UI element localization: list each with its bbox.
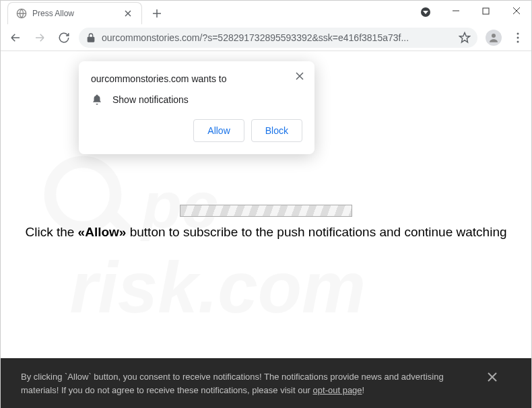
main-text-p2: button to subscribe to the push notifica… [126,225,506,239]
popup-buttons: Allow Block [91,119,302,142]
browser-window: Press Allow ourcommonstories.com/?s=5282… [0,0,532,408]
page-content: pcrisk.com Click the «Allow» button to s… [1,51,531,408]
bell-icon [91,94,103,106]
lock-icon [86,32,96,43]
svg-point-3 [517,32,519,34]
star-icon[interactable] [459,32,471,44]
menu-icon[interactable] [510,30,526,46]
popup-label: Show notifications [112,94,189,105]
main-text-strong: «Allow» [78,225,127,239]
address-bar[interactable]: ourcommonstories.com/?s=5282917328955933… [79,28,477,48]
url-text: ourcommonstories.com/?s=5282917328955933… [102,32,453,43]
svg-point-2 [492,34,496,38]
forward-button[interactable] [30,28,49,47]
popup-row: Show notifications [91,94,302,106]
popup-title: ourcommonstories.com wants to [91,73,302,84]
toolbar: ourcommonstories.com/?s=5282917328955933… [1,24,531,51]
consent-banner: By clicking `Allow` button, you consent … [1,358,531,408]
banner-text: By clicking `Allow` button, you consent … [21,370,473,397]
minimize-button[interactable] [440,1,471,21]
banner-line2b: ! [362,385,365,395]
profile-icon[interactable] [486,30,502,46]
back-button[interactable] [6,28,25,47]
titlebar: Press Allow [1,1,531,24]
banner-line2a: materials! If you do not agree to receiv… [21,385,313,395]
watermark: pcrisk.com [37,149,495,335]
reload-button[interactable] [55,28,73,47]
maximize-button[interactable] [471,1,501,21]
close-icon[interactable] [123,8,133,19]
new-tab-button[interactable] [147,4,166,23]
close-icon[interactable] [487,370,498,385]
window-controls [440,1,531,21]
svg-text:risk.com: risk.com [70,247,366,328]
extensions-icon[interactable] [418,4,434,20]
block-button[interactable]: Block [251,119,302,142]
main-text-p1: Click the [25,225,77,239]
main-text: Click the «Allow» button to subscribe to… [1,225,531,240]
tab-title: Press Allow [32,9,117,18]
globe-icon [16,8,27,19]
svg-point-6 [50,162,115,227]
svg-point-5 [517,40,519,42]
close-icon[interactable] [293,69,306,83]
allow-button[interactable]: Allow [193,119,244,142]
active-tab[interactable]: Press Allow [7,2,142,24]
svg-rect-1 [483,8,489,14]
banner-line1: By clicking `Allow` button, you consent … [21,372,444,382]
progress-bar [180,205,352,217]
window-close-button[interactable] [501,1,531,21]
tabs-area: Press Allow [1,1,418,24]
permission-popup: ourcommonstories.com wants to Show notif… [79,61,314,154]
svg-point-4 [517,36,519,38]
opt-out-link[interactable]: opt-out page [313,385,362,395]
